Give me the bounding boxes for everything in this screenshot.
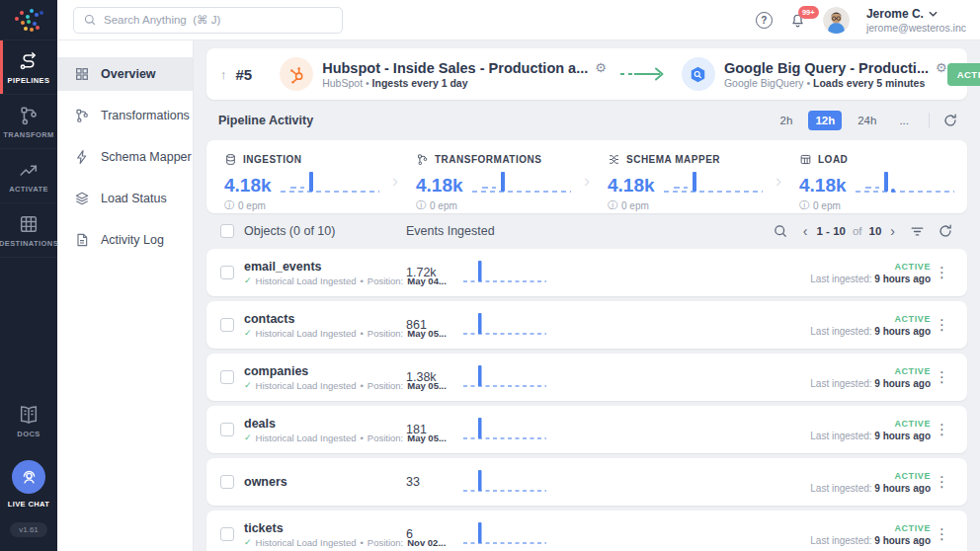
user-menu[interactable]: Jerome C. jerome@westeros.inc bbox=[866, 7, 966, 34]
subnav-item-schema-mapper[interactable]: Schema Mapper bbox=[57, 140, 193, 174]
pipeline-header-card: ↑ #5 Hubspot - Inside Sales - Production… bbox=[206, 48, 967, 100]
logo-dot bbox=[20, 11, 24, 15]
pipeline-number: #5 bbox=[236, 66, 253, 83]
page-prev-icon[interactable]: ‹ bbox=[801, 223, 810, 239]
object-note: Historical Load Ingested bbox=[256, 328, 357, 339]
object-row-owners[interactable]: owners ✓ • 33 ACTIVE Last ingested: 9 ho… bbox=[206, 458, 967, 506]
stage-epm-value: 0 epm bbox=[621, 200, 649, 211]
collapse-arrow-icon[interactable]: ↑ bbox=[220, 67, 227, 82]
logo-dot bbox=[15, 17, 19, 21]
row-checkbox[interactable] bbox=[220, 266, 234, 279]
sidebar-bottom: DOCS LIVE CHAT v1.61 bbox=[0, 404, 57, 551]
app-logo[interactable] bbox=[0, 0, 57, 40]
destination-type: Google BigQuery bbox=[724, 77, 804, 89]
logo-dot bbox=[36, 26, 40, 30]
page-range: 1 - 10 bbox=[817, 225, 846, 237]
range-24h[interactable]: 24h bbox=[851, 111, 883, 130]
bigquery-hexagon-icon bbox=[689, 65, 707, 84]
info-icon: ⓘ bbox=[799, 198, 809, 212]
row-sparkline bbox=[463, 362, 546, 392]
help-icon[interactable]: ? bbox=[756, 12, 773, 29]
activity-title: Pipeline Activity bbox=[218, 114, 313, 127]
objects-refresh-icon[interactable] bbox=[938, 223, 953, 239]
row-kebab-menu[interactable]: ⋮ bbox=[931, 525, 953, 543]
pipelines-icon bbox=[18, 50, 40, 72]
activity-refresh-icon[interactable] bbox=[942, 113, 958, 128]
dot-separator: • bbox=[360, 276, 363, 286]
objects-toolbar: Objects (0 of 10) Events Ingested ‹ 1 - … bbox=[206, 213, 967, 249]
dot-separator: • bbox=[806, 77, 810, 89]
position-label: Position: bbox=[368, 276, 403, 286]
object-row-email-events[interactable]: email_events ✓ Historical Load Ingested … bbox=[206, 249, 967, 296]
object-row-tickets[interactable]: tickets ✓ Historical Load Ingested • Pos… bbox=[206, 511, 967, 551]
subnav-label-transformations: Transformations bbox=[101, 109, 190, 122]
live-chat-label: LIVE CHAT bbox=[8, 500, 50, 509]
sidebar-label-transform: TRANSFORM bbox=[3, 130, 54, 139]
object-status: ACTIVE bbox=[894, 314, 931, 324]
row-kebab-menu[interactable]: ⋮ bbox=[931, 368, 953, 386]
sidebar-item-destinations[interactable]: DESTINATIONS bbox=[0, 203, 57, 258]
range-more[interactable]: ... bbox=[892, 111, 916, 130]
info-icon: ⓘ bbox=[608, 198, 617, 212]
range-12h[interactable]: 12h bbox=[808, 111, 842, 130]
source-settings-gear-icon[interactable]: ⚙ bbox=[595, 60, 607, 75]
row-kebab-menu[interactable]: ⋮ bbox=[931, 421, 953, 438]
notifications-button[interactable]: 99+ bbox=[789, 12, 806, 29]
events-count: 1.38k bbox=[406, 370, 463, 384]
stage-label: SCHEMA MAPPER bbox=[626, 154, 720, 165]
stage-value: 4.18k bbox=[799, 176, 847, 196]
destination-endpoint: Google Big Query - Producti... ⚙ Google … bbox=[682, 57, 947, 91]
row-checkbox[interactable] bbox=[220, 318, 234, 332]
stage-sparkline bbox=[856, 170, 954, 196]
page-next-icon[interactable]: › bbox=[888, 223, 897, 239]
object-name: companies bbox=[244, 364, 406, 378]
object-name: contacts bbox=[244, 312, 406, 326]
select-all-checkbox[interactable] bbox=[220, 224, 234, 238]
sidebar-item-transform[interactable]: TRANSFORM bbox=[0, 95, 57, 149]
subnav-item-load-status[interactable]: Load Status bbox=[57, 182, 193, 215]
object-row-contacts[interactable]: contacts ✓ Historical Load Ingested • Po… bbox=[206, 301, 967, 349]
avatar[interactable] bbox=[823, 7, 850, 34]
filter-icon[interactable] bbox=[910, 224, 925, 239]
objects-search-icon[interactable] bbox=[773, 223, 788, 239]
row-checkbox[interactable] bbox=[220, 370, 234, 384]
pagination: ‹ 1 - 10 of 10 › bbox=[801, 223, 897, 239]
subnav-item-activity-log[interactable]: Activity Log bbox=[57, 223, 193, 257]
source-type: HubSpot bbox=[322, 77, 363, 89]
row-kebab-menu[interactable]: ⋮ bbox=[931, 473, 953, 491]
pipeline-stages-card: INGESTION 4.18k ⓘ 0 epm › bbox=[206, 140, 967, 213]
object-status: ACTIVE bbox=[894, 366, 931, 376]
stage-epm-value: 0 epm bbox=[430, 200, 457, 211]
stage-value: 4.18k bbox=[224, 176, 272, 196]
logo-dot bbox=[30, 28, 34, 32]
range-2h[interactable]: 2h bbox=[774, 111, 800, 130]
search-input[interactable] bbox=[104, 14, 333, 26]
source-title: Hubspot - Inside Sales - Production a... bbox=[322, 60, 588, 76]
events-count: 181 bbox=[406, 423, 463, 436]
subnav-item-transformations[interactable]: Transformations bbox=[57, 99, 193, 132]
transform-icon bbox=[18, 105, 40, 126]
check-icon: ✓ bbox=[244, 433, 252, 442]
sidebar-label-pipelines: PIPELINES bbox=[8, 76, 50, 85]
sidebar-item-docs[interactable]: DOCS bbox=[17, 404, 40, 438]
row-checkbox[interactable] bbox=[220, 527, 234, 541]
page-total: 10 bbox=[869, 225, 882, 237]
subnav-label-overview: Overview bbox=[101, 67, 156, 81]
global-search[interactable] bbox=[73, 7, 343, 34]
user-name: Jerome C. bbox=[866, 7, 924, 21]
row-checkbox[interactable] bbox=[220, 475, 234, 489]
subnav-item-overview[interactable]: Overview bbox=[57, 57, 193, 91]
destination-settings-gear-icon[interactable]: ⚙ bbox=[936, 60, 947, 75]
row-kebab-menu[interactable]: ⋮ bbox=[931, 316, 953, 334]
object-row-companies[interactable]: companies ✓ Historical Load Ingested • P… bbox=[206, 354, 967, 401]
stage-ingestion: INGESTION 4.18k ⓘ 0 epm bbox=[208, 140, 390, 213]
row-kebab-menu[interactable]: ⋮ bbox=[931, 264, 953, 281]
object-row-deals[interactable]: deals ✓ Historical Load Ingested • Posit… bbox=[206, 406, 967, 453]
object-name: tickets bbox=[244, 521, 406, 535]
sidebar-item-activate[interactable]: ACTIVATE bbox=[0, 149, 57, 203]
transformations-icon bbox=[74, 108, 90, 123]
row-checkbox[interactable] bbox=[220, 423, 234, 436]
live-chat-button[interactable] bbox=[12, 460, 45, 494]
sidebar-item-pipelines[interactable]: PIPELINES bbox=[0, 40, 57, 95]
row-sparkline bbox=[463, 519, 546, 549]
